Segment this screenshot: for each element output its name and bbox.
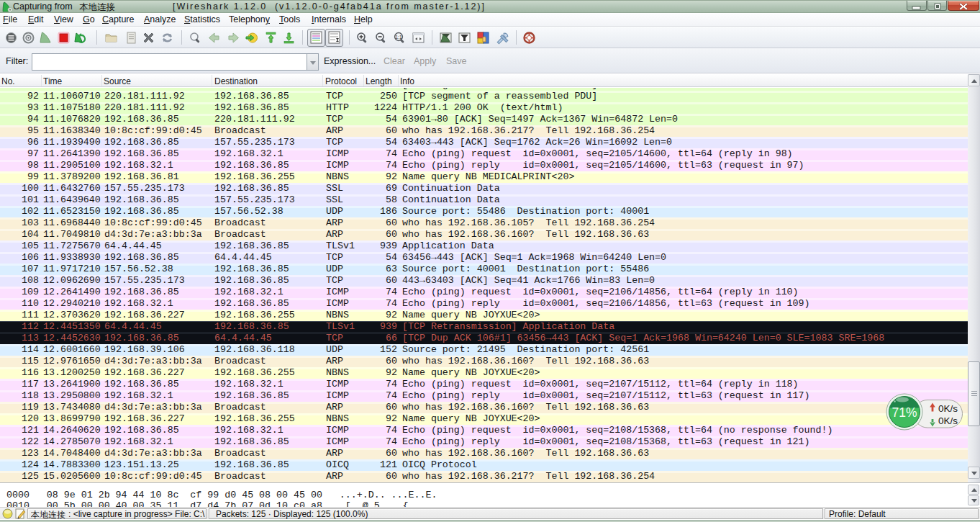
svg-text:1:1: 1:1 <box>395 35 401 40</box>
svg-text:0K/s: 0K/s <box>938 415 958 426</box>
svg-text:0K/s: 0K/s <box>938 403 958 414</box>
svg-text:71%: 71% <box>891 405 917 420</box>
